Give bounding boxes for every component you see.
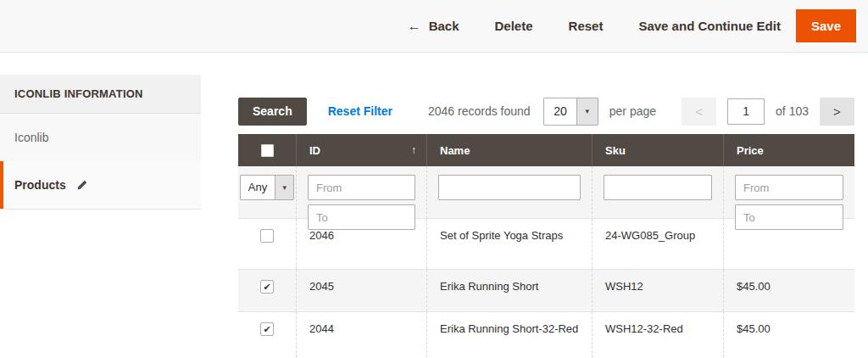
dropdown-arrow-icon: ▼	[576, 98, 598, 125]
grid-filter-row: Any ▼	[238, 166, 854, 219]
row-checkbox[interactable]: ✔	[260, 280, 274, 294]
cell-price: $45.00	[723, 312, 854, 358]
edit-pencil-icon	[76, 180, 87, 191]
column-header-price[interactable]: Price	[723, 134, 854, 166]
filter-name-input[interactable]	[438, 175, 581, 200]
cell-sku: WSH12-32-Red	[592, 312, 723, 358]
cell-price	[723, 219, 854, 269]
table-row[interactable]: ✔ 2044 Erika Running Short-32-Red WSH12-…	[238, 312, 854, 358]
back-button-label: Back	[429, 19, 459, 33]
row-checkbox[interactable]: ✔	[260, 322, 274, 336]
cell-price: $45.00	[723, 270, 854, 311]
delete-button[interactable]: Delete	[495, 19, 533, 33]
per-page-select[interactable]: 20 ▼	[543, 98, 598, 126]
save-and-continue-button[interactable]: Save and Continue Edit	[638, 19, 781, 33]
save-button[interactable]: Save	[796, 9, 856, 42]
cell-id: 2045	[296, 270, 426, 311]
reset-button[interactable]: Reset	[569, 19, 604, 33]
column-header-name[interactable]: Name	[426, 134, 592, 166]
table-row[interactable]: ✔ 2045 Erika Running Short WSH12 $45.00	[238, 270, 854, 312]
cell-name: Erika Running Short	[426, 270, 592, 311]
filter-id-from-input[interactable]	[308, 175, 415, 200]
sort-ascending-icon: ↑	[411, 144, 416, 156]
mass-select-filter[interactable]: Any ▼	[240, 175, 294, 200]
reset-filter-link[interactable]: Reset Filter	[328, 104, 392, 118]
cell-name: Set of Sprite Yoga Straps	[426, 219, 592, 269]
next-page-button[interactable]: >	[820, 98, 854, 126]
cell-id: 2046	[296, 219, 426, 269]
total-pages-label: of 103	[776, 104, 809, 118]
per-page-label: per page	[609, 104, 656, 118]
sidebar-item-products[interactable]: Products	[0, 161, 201, 209]
toolbar-actions: ← Back Delete Reset Save and Continue Ed…	[408, 19, 781, 34]
back-button[interactable]: ← Back	[408, 19, 459, 34]
cell-id: 2044	[296, 312, 426, 358]
back-arrow-icon: ←	[408, 19, 421, 34]
column-header-sku[interactable]: Sku	[592, 134, 723, 166]
per-page-value: 20	[544, 98, 576, 125]
row-checkbox[interactable]	[260, 229, 274, 243]
filter-price-from-input[interactable]	[735, 175, 843, 200]
grid-toolbar: Search Reset Filter 2046 records found 2…	[238, 96, 854, 126]
dropdown-arrow-icon: ▼	[275, 176, 293, 199]
mass-select-value: Any	[241, 176, 275, 199]
select-all-checkbox[interactable]	[261, 144, 274, 157]
page-number-input[interactable]	[727, 98, 765, 125]
filter-sku-input[interactable]	[604, 175, 712, 200]
sidebar-item-label: Iconlib	[14, 131, 48, 144]
page-actions-toolbar: ← Back Delete Reset Save and Continue Ed…	[0, 0, 868, 53]
previous-page-button[interactable]: <	[682, 98, 716, 126]
grid-header-row: ID ↑ Name Sku Price	[238, 134, 854, 166]
table-row[interactable]: 2046 Set of Sprite Yoga Straps 24-WG085_…	[238, 219, 854, 270]
sidebar: ICONLIB INFORMATION Iconlib Products	[0, 75, 201, 210]
pager-group: 20 ▼ per page < of 103 >	[543, 98, 854, 126]
column-header-id[interactable]: ID ↑	[296, 134, 426, 166]
sidebar-item-iconlib[interactable]: Iconlib	[0, 114, 201, 161]
search-button[interactable]: Search	[238, 98, 307, 126]
sidebar-item-label: Products	[14, 178, 66, 192]
sidebar-title: ICONLIB INFORMATION	[0, 75, 201, 114]
products-grid: ID ↑ Name Sku Price Any ▼ 2046	[238, 134, 854, 358]
cell-sku: 24-WG085_Group	[592, 219, 723, 269]
cell-sku: WSH12	[592, 270, 723, 311]
cell-name: Erika Running Short-32-Red	[426, 312, 592, 358]
records-found-text: 2046 records found	[428, 104, 531, 118]
